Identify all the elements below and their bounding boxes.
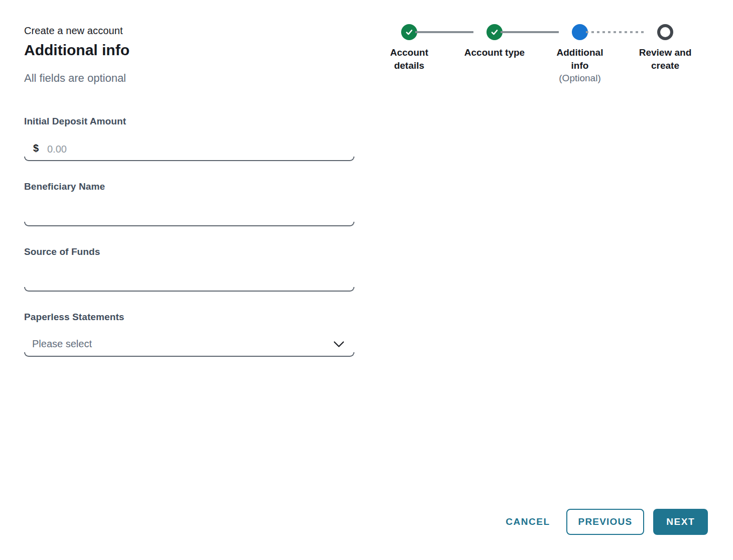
- beneficiary-name-input[interactable]: [32, 204, 346, 224]
- paperless-statements-select[interactable]: Please select: [24, 323, 354, 357]
- progress-stepper: Account details Account type Additional …: [366, 24, 708, 104]
- cancel-button[interactable]: CANCEL: [498, 510, 558, 533]
- stepper-connector: [415, 31, 473, 33]
- step-label: Additional info: [548, 46, 612, 72]
- initial-deposit-input[interactable]: [47, 139, 346, 159]
- form-actions: CANCEL PREVIOUS NEXT: [498, 509, 708, 535]
- currency-prefix: $: [33, 143, 39, 154]
- breadcrumb-flow-title: Create a new account: [24, 25, 354, 37]
- next-button[interactable]: NEXT: [653, 509, 708, 535]
- source-of-funds-input[interactable]: [32, 269, 346, 290]
- beneficiary-name-label: Beneficiary Name: [24, 181, 354, 192]
- select-placeholder: Please select: [32, 338, 92, 350]
- chevron-down-icon: [332, 338, 345, 351]
- stepper-connector-dotted: [586, 31, 644, 33]
- previous-button[interactable]: PREVIOUS: [566, 509, 645, 535]
- field-group-paperless-statements: Paperless Statements Please select: [24, 312, 354, 357]
- step-label: Account details: [378, 46, 441, 72]
- upcoming-step-icon: [657, 24, 673, 40]
- source-of-funds-label: Source of Funds: [24, 246, 354, 257]
- input-underline: [24, 352, 354, 357]
- stepper-connector: [501, 31, 559, 33]
- step-optional-note: (Optional): [559, 73, 600, 84]
- field-group-beneficiary-name: Beneficiary Name: [24, 181, 354, 226]
- step-label: Review and create: [634, 46, 697, 72]
- field-group-source-of-funds: Source of Funds: [24, 246, 354, 292]
- create-account-form: Create a new account Additional info All…: [24, 25, 354, 377]
- step-label: Account type: [464, 46, 525, 59]
- page-title: Additional info: [24, 42, 354, 59]
- paperless-statements-label: Paperless Statements: [24, 312, 354, 323]
- form-subtitle: All fields are optional: [24, 72, 354, 85]
- initial-deposit-label: Initial Deposit Amount: [24, 116, 354, 127]
- field-group-initial-deposit: Initial Deposit Amount $: [24, 116, 354, 161]
